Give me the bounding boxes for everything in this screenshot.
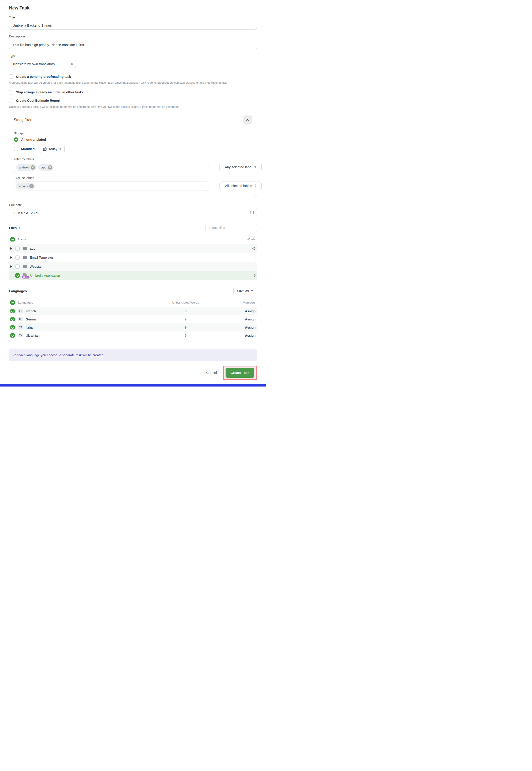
words-value: - — [254, 256, 256, 259]
language-name: German — [26, 318, 37, 321]
create-task-button[interactable]: Create Task — [226, 368, 254, 378]
cost-estimate-checkbox-row: Create Cost Estimate Report — [9, 98, 257, 103]
remove-tag-icon[interactable]: ✕ — [29, 184, 34, 188]
file-row-email-templates[interactable]: Email Templates - — [9, 253, 257, 262]
label-tag-android: android ✕ — [16, 164, 36, 171]
file-name: Website — [30, 265, 41, 268]
language-code-badge: IT — [18, 325, 23, 329]
type-select-value: Translate by own translators — [12, 62, 55, 66]
expand-caret-icon[interactable] — [10, 266, 13, 268]
exclude-labels-label: Exclude labels — [14, 176, 252, 180]
files-table: Name Words app 45 Email Templates - — [9, 235, 257, 280]
updown-caret-icon — [254, 184, 256, 187]
language-row-italian[interactable]: IT Italian 9 Assign — [9, 323, 257, 332]
filter-labels-mode-value: Any selected label — [225, 165, 252, 169]
proofreading-helper-text: A proofreading task will be created for … — [9, 81, 257, 85]
all-untranslated-radio-label: All untranslated — [21, 138, 46, 141]
assign-link[interactable]: Assign — [245, 309, 256, 313]
untranslated-words-value: 9 — [147, 326, 224, 329]
files-count-badge: 1 — [19, 227, 20, 230]
title-input[interactable] — [9, 21, 257, 30]
file-name: app — [30, 247, 35, 250]
expand-caret-icon[interactable] — [10, 247, 13, 250]
file-checkbox[interactable] — [15, 264, 20, 269]
language-name: Ukrainian — [26, 334, 39, 337]
file-checkbox[interactable] — [15, 273, 20, 278]
exclude-labels-input[interactable]: emails ✕ — [14, 181, 208, 191]
remove-tag-icon[interactable]: ✕ — [31, 165, 35, 169]
remove-tag-icon[interactable]: ✕ — [48, 165, 52, 169]
calendar-icon[interactable] — [250, 211, 254, 215]
language-checkbox[interactable] — [10, 333, 15, 338]
due-date-input[interactable] — [9, 209, 257, 217]
proofreading-checkbox[interactable] — [9, 74, 13, 79]
all-untranslated-radio[interactable] — [14, 137, 18, 142]
bottom-bar — [0, 384, 266, 387]
file-row-website[interactable]: Website - — [9, 262, 257, 271]
exclude-labels-mode-value: All selected labels — [225, 184, 252, 187]
type-select[interactable]: Translate by own translators — [9, 60, 76, 68]
label-tag-text: android — [19, 166, 29, 169]
collapse-panel-button[interactable] — [243, 115, 252, 124]
footer-actions: Cancel Create Task — [9, 366, 257, 387]
language-code-badge: FR — [18, 309, 23, 313]
language-name: Italian — [26, 326, 34, 329]
words-value: - — [254, 265, 256, 268]
modified-radio[interactable] — [14, 147, 18, 151]
caret-down-icon — [59, 148, 61, 150]
filter-labels-mode-select[interactable]: Any selected label — [219, 163, 262, 171]
search-files-input[interactable] — [205, 224, 257, 232]
language-name: French — [26, 309, 36, 313]
description-input[interactable] — [9, 40, 257, 49]
filter-labels-input[interactable]: android ✕ app ✕ — [14, 163, 208, 172]
untranslated-words-column-header: Untranslated Words — [147, 301, 224, 304]
files-label: Files — [9, 226, 17, 230]
language-row-french[interactable]: FR French 6 Assign — [9, 307, 257, 315]
language-checkbox[interactable] — [10, 309, 15, 313]
expand-caret-icon[interactable] — [10, 257, 13, 259]
assign-link[interactable]: Assign — [245, 326, 256, 329]
file-row-umbrella-application[interactable]: JSON Umbrella Application 9 — [9, 271, 257, 280]
languages-table: Languages Untranslated Words Members FR … — [9, 298, 257, 340]
modified-date-value: Today — [49, 147, 57, 151]
caret-down-icon — [251, 291, 253, 292]
skip-strings-checkbox-row: Skip strings already included in other t… — [9, 90, 257, 94]
due-date-label: Due date — [9, 203, 257, 207]
file-name: Email Templates — [30, 256, 54, 259]
updown-caret-icon — [254, 165, 256, 168]
file-checkbox[interactable] — [15, 255, 20, 260]
exclude-labels-mode-select[interactable]: All selected labels — [219, 181, 262, 190]
info-banner: For each language you choose, a separate… — [9, 349, 257, 361]
file-checkbox[interactable] — [15, 246, 20, 251]
select-all-files-checkbox[interactable] — [10, 237, 15, 242]
save-as-button[interactable]: Save as — [233, 287, 257, 295]
skip-strings-checkbox[interactable] — [9, 90, 13, 94]
language-checkbox[interactable] — [10, 317, 15, 321]
language-code-badge: DE — [18, 317, 23, 321]
strings-label: Strings — [14, 131, 252, 135]
members-column-header: Members — [224, 301, 256, 304]
modified-date-dropdown[interactable]: Today — [40, 145, 65, 153]
words-value: 45 — [252, 247, 256, 250]
string-filters-panel: String filters Strings All untranslated … — [9, 112, 257, 197]
skip-strings-checkbox-label: Skip strings already included in other t… — [16, 90, 84, 94]
cost-estimate-checkbox[interactable] — [9, 98, 13, 103]
language-row-ukrainian[interactable]: УК Ukrainian 9 Assign — [9, 332, 257, 340]
label-tag-text: emails — [19, 184, 28, 188]
label-tag-emails: emails ✕ — [16, 183, 35, 189]
cancel-button[interactable]: Cancel — [206, 371, 217, 375]
select-all-languages-checkbox[interactable] — [10, 300, 15, 305]
file-row-app[interactable]: app 45 — [9, 244, 257, 253]
files-words-column-header: Words — [247, 238, 256, 241]
untranslated-words-value: 6 — [147, 309, 224, 313]
languages-section-title: Languages — [9, 289, 27, 293]
folder-icon — [23, 247, 27, 250]
page-title: New Task — [9, 5, 257, 11]
save-as-label: Save as — [237, 289, 249, 293]
label-tag-app: app ✕ — [38, 164, 54, 171]
untranslated-words-value: 9 — [147, 334, 224, 337]
assign-link[interactable]: Assign — [245, 334, 256, 337]
language-row-german[interactable]: DE German 9 Assign — [9, 315, 257, 323]
assign-link[interactable]: Assign — [245, 318, 256, 321]
language-checkbox[interactable] — [10, 325, 15, 330]
